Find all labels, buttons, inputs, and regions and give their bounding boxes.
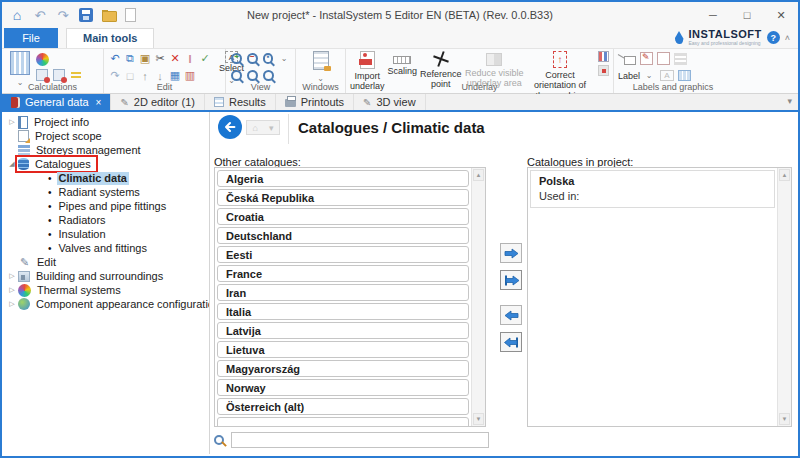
catalogue-item[interactable]: Eesti: [217, 246, 469, 263]
text-field-icon[interactable]: [660, 70, 674, 81]
tree-item[interactable]: ◢ Catalogues: [2, 157, 209, 171]
nav-home-icon[interactable]: ⌂: [253, 123, 258, 133]
copy-icon[interactable]: [123, 52, 137, 66]
catalogue-item[interactable]: Norway: [217, 379, 469, 396]
document-tab[interactable]: Results: [205, 94, 276, 110]
catalogue-item[interactable]: Deutschland: [217, 227, 469, 244]
distribute-icon[interactable]: [183, 69, 197, 83]
underlay-point-icon[interactable]: [598, 65, 609, 76]
help-icon[interactable]: ?: [767, 31, 780, 44]
tab-main-tools[interactable]: Main tools: [66, 28, 154, 48]
catalogue-item[interactable]: Österreich (alt): [217, 398, 469, 415]
underlay-layers-icon[interactable]: [598, 51, 609, 62]
back-button[interactable]: [218, 115, 242, 139]
tree-item[interactable]: Climatic data: [2, 171, 209, 185]
scrollbar[interactable]: [777, 168, 791, 426]
tree-item[interactable]: Valves and fittings: [2, 241, 209, 255]
catalogue-item[interactable]: Magyarország: [217, 360, 469, 377]
tab-overflow-icon[interactable]: [787, 96, 792, 106]
windows-list-icon[interactable]: [313, 51, 329, 70]
collapse-ribbon-icon[interactable]: ˄: [785, 33, 790, 43]
tree-item[interactable]: Storeys management: [2, 143, 209, 157]
catalogue-item[interactable]: Italia: [217, 303, 469, 320]
catalogue-item[interactable]: Česká Republika: [217, 189, 469, 206]
open-folder-icon[interactable]: [102, 8, 116, 22]
callout-icon[interactable]: [618, 53, 636, 65]
tree-item[interactable]: Radiant systems: [2, 185, 209, 199]
tree-item[interactable]: Pipes and pipe fittings: [2, 199, 209, 213]
file-tab[interactable]: File: [4, 28, 58, 48]
document-tab[interactable]: Printouts: [276, 94, 354, 110]
remove-all-from-project-button[interactable]: [500, 332, 522, 352]
catalogue-item[interactable]: Latvija: [217, 322, 469, 339]
catalogue-item[interactable]: Algeria: [217, 170, 469, 187]
move-down-icon[interactable]: [153, 69, 167, 83]
nav-history-dropdown-icon[interactable]: ▾: [269, 123, 274, 133]
tree-expander-icon[interactable]: ▷: [7, 118, 17, 126]
document-tab[interactable]: 3D view: [354, 94, 426, 110]
catalogue-item[interactable]: France: [217, 265, 469, 282]
document-tab[interactable]: 2D editor (1): [111, 94, 205, 110]
paste-icon[interactable]: [138, 52, 152, 66]
maximize-button[interactable]: □: [730, 3, 764, 27]
add-all-to-project-button[interactable]: [500, 270, 522, 290]
tree-expander-icon[interactable]: ▷: [7, 272, 17, 280]
tree-item[interactable]: ▷ Building and surroundings: [2, 269, 209, 283]
minimize-button[interactable]: ─: [696, 3, 730, 27]
label-dropdown-icon[interactable]: [642, 69, 656, 83]
tree-item[interactable]: ▷ Component appearance configuration: [2, 297, 209, 311]
document-tab[interactable]: General data ×: [2, 94, 111, 110]
tree-item[interactable]: Edit: [2, 255, 209, 269]
remove-from-project-button[interactable]: [500, 305, 522, 325]
tree-item[interactable]: Radiators: [2, 213, 209, 227]
new-document-icon[interactable]: [125, 8, 136, 22]
tree-item[interactable]: Insulation: [2, 227, 209, 241]
undo-icon[interactable]: [108, 52, 122, 66]
diagnostics-icon[interactable]: [36, 69, 48, 81]
edit-label-icon[interactable]: [640, 52, 653, 65]
legend-icon[interactable]: [674, 53, 687, 65]
table-icon[interactable]: [678, 70, 691, 81]
scroll-up-icon[interactable]: [779, 169, 790, 181]
accept-icon[interactable]: [198, 52, 212, 66]
zoom-page-icon[interactable]: ▪: [263, 53, 274, 64]
zoom-all-icon[interactable]: [263, 70, 274, 81]
catalogue-item[interactable]: Lietuva: [217, 341, 469, 358]
catalogue-search-input[interactable]: [231, 432, 489, 448]
home-icon[interactable]: [10, 8, 24, 22]
scroll-down-icon[interactable]: [779, 413, 790, 425]
align-grid-icon[interactable]: [168, 69, 182, 83]
cut-icon[interactable]: [153, 52, 167, 66]
catalogue-item[interactable]: Croatia: [217, 208, 469, 225]
catalogue-item[interactable]: Iran: [217, 284, 469, 301]
delete-icon[interactable]: [168, 52, 182, 66]
scroll-down-icon[interactable]: [473, 413, 484, 425]
zoom-previous-icon[interactable]: [247, 70, 258, 81]
label-button[interactable]: Label: [618, 69, 656, 83]
tree-item[interactable]: ▷ Thermal systems: [2, 283, 209, 297]
redo-icon[interactable]: [108, 69, 122, 83]
tree-expander-icon[interactable]: ▷: [7, 300, 17, 308]
zoom-out-icon[interactable]: −: [247, 53, 258, 64]
insert-text-icon[interactable]: [183, 52, 197, 66]
tree-expander-icon[interactable]: ◢: [7, 160, 17, 168]
undo-icon[interactable]: [33, 8, 47, 22]
calculations-icon[interactable]: [10, 51, 30, 75]
project-catalogue-item[interactable]: Polska Used in:: [530, 170, 775, 208]
tree-item[interactable]: ▷ Project info: [2, 115, 209, 129]
tree-item[interactable]: Project scope: [2, 129, 209, 143]
tree-expander-icon[interactable]: ▷: [7, 286, 17, 294]
calculation-options-icon[interactable]: [53, 69, 65, 81]
zoom-in-icon[interactable]: +: [231, 53, 242, 64]
close-button[interactable]: ✕: [764, 3, 798, 27]
move-up-icon[interactable]: [138, 69, 152, 83]
results-icon[interactable]: [70, 69, 82, 81]
zoom-selection-icon[interactable]: [231, 70, 242, 81]
view-dropdown-icon[interactable]: [277, 52, 291, 66]
scroll-up-icon[interactable]: [473, 169, 484, 181]
save-icon[interactable]: [79, 8, 93, 22]
close-tab-icon[interactable]: ×: [96, 97, 102, 108]
graphics-chart-icon[interactable]: [657, 52, 670, 65]
redo-icon[interactable]: [56, 8, 70, 22]
scrollbar[interactable]: [471, 168, 485, 426]
